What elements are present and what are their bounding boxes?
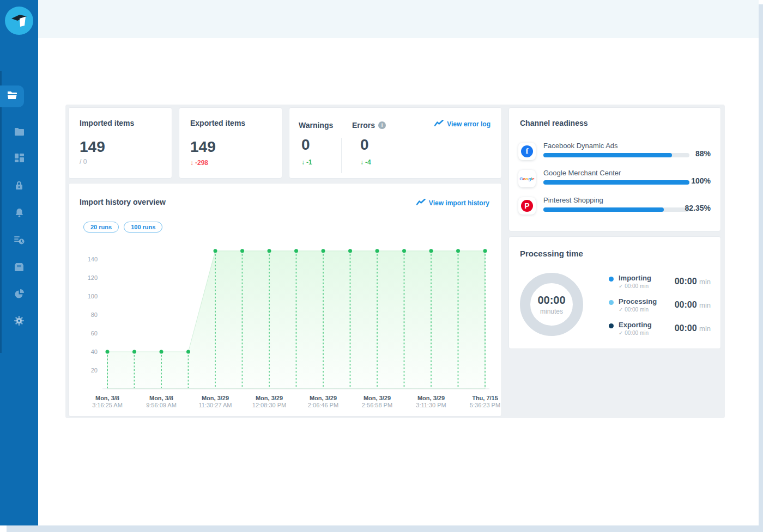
- svg-text:Mon, 3/29: Mon, 3/29: [310, 395, 337, 401]
- imported-items-secondary: / 0: [80, 158, 87, 166]
- filter-100-runs-button[interactable]: 100 runs: [124, 222, 162, 233]
- bell-icon: [15, 208, 24, 219]
- exported-items-delta: ↓-298: [190, 159, 208, 167]
- sidebar-item-settings[interactable]: [0, 311, 38, 333]
- run-filters: 20 runs 100 runs: [83, 222, 162, 233]
- svg-text:3:11:30 PM: 3:11:30 PM: [416, 402, 446, 408]
- row-average: ✓ 00:00 min: [619, 330, 649, 336]
- progress-track: [543, 207, 689, 212]
- folder-icon: [14, 127, 24, 138]
- row-label: Processing: [619, 297, 657, 305]
- sidebar-item-notifications[interactable]: [0, 203, 38, 224]
- arrow-down-icon: ↓: [301, 158, 305, 166]
- channel-row-google: Google Google Merchant Center 100%: [509, 169, 720, 193]
- svg-text:11:30:27 AM: 11:30:27 AM: [199, 402, 232, 408]
- dashboard-panel: Imported items 149 / 0 Exported items 14…: [65, 105, 725, 418]
- import-history-chart: 20406080100120140Mon, 3/83:16:25 AMMon, …: [69, 184, 501, 416]
- svg-text:Thu, 7/15: Thu, 7/15: [472, 395, 498, 401]
- sidebar-item-analytics[interactable]: [0, 284, 38, 305]
- progress-track: [543, 153, 689, 157]
- pinterest-icon: P: [518, 197, 536, 215]
- svg-text:Mon, 3/8: Mon, 3/8: [149, 395, 173, 401]
- row-average: ✓ 00:00 min: [619, 307, 649, 313]
- channel-percent: 82.35%: [685, 204, 711, 212]
- exporting-dot-icon: [609, 323, 614, 328]
- row-label: Importing: [619, 274, 651, 282]
- info-icon[interactable]: i: [378, 121, 386, 129]
- svg-text:5:36:23 PM: 5:36:23 PM: [470, 402, 500, 408]
- sidebar-item-security[interactable]: [0, 175, 38, 197]
- processing-dot-icon: [609, 300, 614, 305]
- trend-line-icon: [434, 120, 444, 128]
- warnings-delta: ↓-1: [301, 158, 312, 166]
- warnings-errors-card: Warnings 0 ↓-1 Errorsi 0 ↓-4 View error …: [289, 107, 502, 179]
- errors-delta: ↓-4: [360, 158, 371, 166]
- importing-dot-icon: [609, 277, 614, 282]
- channel-row-facebook: f Facebook Dynamic Ads 88%: [509, 142, 720, 166]
- row-value: 00:00 min: [675, 300, 711, 310]
- window-frame-bottom: [7, 525, 763, 532]
- divider: [341, 138, 342, 173]
- warnings-label: Warnings: [299, 121, 333, 130]
- processing-time-title: Processing time: [520, 249, 583, 258]
- view-error-log-link[interactable]: View error log: [434, 120, 491, 128]
- exported-items-title: Exported items: [190, 119, 245, 127]
- svg-text:9:56:09 AM: 9:56:09 AM: [146, 402, 177, 408]
- sidebar-item-shops[interactable]: [0, 121, 38, 143]
- lock-icon: [15, 181, 23, 192]
- list-clock-icon: [14, 235, 25, 247]
- progress-fill: [543, 207, 664, 212]
- svg-text:40: 40: [91, 348, 98, 355]
- channel-percent: 88%: [695, 149, 711, 158]
- gear-icon: [14, 316, 24, 328]
- channel-name: Facebook Dynamic Ads: [543, 142, 618, 150]
- folder-open-icon: [7, 91, 17, 102]
- sidebar-item-import-active[interactable]: [0, 85, 24, 107]
- row-label: Exporting: [619, 321, 652, 329]
- svg-text:120: 120: [88, 274, 98, 281]
- channel-row-pinterest: P Pinterest Shopping 82.35%: [509, 196, 720, 220]
- svg-text:Mon, 3/29: Mon, 3/29: [202, 395, 229, 401]
- sidebar-item-dashboard[interactable]: [0, 148, 38, 170]
- svg-text:Mon, 3/29: Mon, 3/29: [256, 395, 283, 401]
- svg-text:2:56:58 PM: 2:56:58 PM: [362, 402, 392, 408]
- archive-icon: [14, 262, 24, 273]
- app-logo-icon[interactable]: [5, 7, 33, 35]
- svg-text:Mon, 3/29: Mon, 3/29: [417, 395, 445, 401]
- channel-name: Google Merchant Center: [543, 169, 621, 177]
- dashboard-grid-icon: [15, 154, 24, 164]
- svg-text:60: 60: [91, 330, 98, 337]
- facebook-icon: f: [518, 143, 536, 160]
- processing-row-processing: Processing ✓ 00:00 min 00:00 min: [509, 298, 720, 317]
- progress-fill: [543, 180, 689, 185]
- imported-items-title: Imported items: [80, 119, 134, 127]
- svg-text:2:06:46 PM: 2:06:46 PM: [308, 402, 338, 408]
- svg-text:3:16:25 AM: 3:16:25 AM: [92, 402, 123, 408]
- progress-track: [543, 180, 689, 185]
- imported-items-value: 149: [80, 138, 105, 156]
- sidebar-item-import-history[interactable]: [0, 230, 38, 252]
- google-icon: Google: [518, 170, 536, 187]
- errors-value: 0: [360, 136, 369, 154]
- arrow-down-icon: ↓: [360, 158, 364, 166]
- processing-row-importing: Importing ✓ 00:00 min 00:00 min: [509, 275, 720, 293]
- row-value: 00:00 min: [675, 323, 711, 333]
- view-import-history-link[interactable]: View import history: [416, 199, 489, 207]
- imported-items-card: Imported items 149 / 0: [68, 107, 172, 179]
- channel-name: Pinterest Shopping: [543, 196, 603, 204]
- sidebar-item-products[interactable]: [0, 257, 38, 279]
- row-average: ✓ 00:00 min: [619, 283, 649, 289]
- exported-items-card: Exported items 149 ↓-298: [179, 107, 282, 179]
- trend-line-icon: [416, 199, 426, 207]
- channel-readiness-title: Channel readiness: [520, 119, 588, 127]
- arrow-down-icon: ↓: [190, 159, 193, 167]
- import-history-card: 20406080100120140Mon, 3/83:16:25 AMMon, …: [68, 183, 502, 417]
- svg-text:80: 80: [91, 311, 98, 318]
- channel-readiness-card: Channel readiness f Facebook Dynamic Ads…: [508, 107, 721, 231]
- sidebar: [0, 0, 38, 525]
- window-frame-right: [759, 4, 763, 532]
- svg-text:Mon, 3/8: Mon, 3/8: [95, 395, 119, 401]
- svg-text:20: 20: [91, 367, 98, 374]
- processing-time-card: Processing time 00:00 minutes Importing …: [508, 236, 721, 349]
- filter-20-runs-button[interactable]: 20 runs: [83, 222, 119, 233]
